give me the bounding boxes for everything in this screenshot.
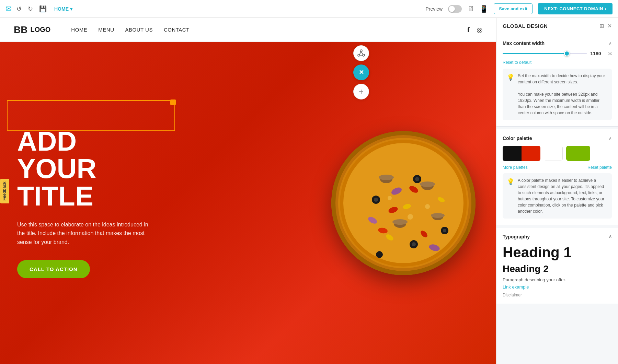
save-button[interactable]: 💾 <box>38 4 48 14</box>
svg-point-36 <box>358 54 360 56</box>
palette-swatch-dark[interactable] <box>503 146 540 161</box>
palette-bulb-icon: 💡 <box>507 178 514 214</box>
palette-swatch-light[interactable] <box>544 146 563 161</box>
h2-sample: Heading 2 <box>503 263 612 274</box>
logo-bb: BB <box>14 25 27 35</box>
svg-point-27 <box>412 242 416 246</box>
hero-section: ADD YOUR TITLE Use this space to elabora… <box>0 42 496 364</box>
palette-tip-text: A color palette makes it easier to achie… <box>518 177 608 214</box>
save-exit-button[interactable]: Save and exit <box>494 3 533 14</box>
pizza-image <box>331 131 476 275</box>
instagram-icon[interactable]: ◎ <box>477 26 482 34</box>
svg-point-35 <box>360 50 362 52</box>
panel-title: GLOBAL DESIGN <box>503 23 548 29</box>
home-label: HOME <box>54 6 69 12</box>
max-content-width-title: Max content width <box>503 40 545 46</box>
redo-button[interactable]: ↻ <box>26 4 34 14</box>
max-content-chevron[interactable]: ∧ <box>609 41 612 46</box>
toolbar-right: Preview 🖥 📱 Save and exit NEXT: CONNECT … <box>425 3 613 14</box>
next-connect-domain-button[interactable]: NEXT: CONNECT DOMAIN › <box>538 3 613 14</box>
main-area: Feedback BB LOGO HOME MENU ABOUT US CONT… <box>0 18 618 364</box>
nav-item-menu[interactable]: MENU <box>98 27 114 33</box>
site-preview: BB LOGO HOME MENU ABOUT US CONTACT f ◎ <box>0 18 496 364</box>
width-slider-fill <box>503 53 566 54</box>
typography-header: Typography ∧ <box>503 234 612 239</box>
color-palette-chevron[interactable]: ∧ <box>609 136 612 141</box>
reset-width-link[interactable]: Reset to default <box>503 60 531 65</box>
desktop-icon[interactable]: 🖥 <box>467 5 474 13</box>
hero-title: ADD YOUR TITLE <box>17 128 154 210</box>
swatch-green <box>566 146 590 161</box>
max-content-width-header: Max content width ∧ <box>503 40 612 46</box>
site-nav: HOME MENU ABOUT US CONTACT <box>71 27 189 33</box>
palette-links: More palettes Reset palette <box>503 165 612 170</box>
width-slider-row: 1180 px <box>503 51 612 56</box>
svg-point-37 <box>363 54 365 56</box>
hero-content: ADD YOUR TITLE Use this space to elabora… <box>0 114 172 292</box>
swatch-black <box>503 146 522 161</box>
site-header: BB LOGO HOME MENU ABOUT US CONTACT f ◎ <box>0 18 496 42</box>
nav-item-about[interactable]: ABOUT US <box>125 27 153 33</box>
undo-button[interactable]: ↺ <box>15 4 23 14</box>
toolbar-left: ✉ ↺ ↻ 💾 HOME ▾ <box>5 4 75 14</box>
mobile-icon[interactable]: 📱 <box>480 5 488 13</box>
feedback-tab[interactable]: Feedback <box>0 179 9 203</box>
close-panel-button[interactable]: ✕ <box>353 64 369 80</box>
network-icon <box>357 49 365 57</box>
svg-point-25 <box>443 229 446 232</box>
svg-point-32 <box>408 214 413 220</box>
width-value: 1180 <box>590 51 604 56</box>
hero-subtitle: Use this space to elaborate on the ideas… <box>17 220 151 247</box>
swatch-red <box>522 146 540 161</box>
panel-header: GLOBAL DESIGN ⊞ ✕ <box>496 18 618 34</box>
color-palette-section: Color palette ∧ More palettes Reset pale… <box>496 129 618 225</box>
width-slider-thumb[interactable] <box>564 51 570 56</box>
p-sample: Paragraph describing your offer. <box>503 277 612 282</box>
width-slider-track[interactable] <box>503 53 587 54</box>
width-tip-text: Set the max-width to decide how to displ… <box>518 73 608 116</box>
chevron-down-icon: ▾ <box>70 6 72 12</box>
reset-palette-link[interactable]: Reset palette <box>587 165 612 170</box>
facebook-icon[interactable]: f <box>467 25 470 34</box>
close-icon: ✕ <box>359 69 364 76</box>
link-sample[interactable]: Link example <box>503 284 529 290</box>
nav-item-home[interactable]: HOME <box>71 27 87 33</box>
bulb-icon: 💡 <box>507 73 514 116</box>
svg-point-28 <box>376 251 383 258</box>
nav-item-contact[interactable]: CONTACT <box>164 27 190 33</box>
add-element-button[interactable]: + <box>353 84 369 99</box>
max-content-width-section: Max content width ∧ 1180 px Reset to def… <box>496 34 618 127</box>
svg-line-39 <box>361 52 363 55</box>
svg-point-10 <box>392 219 408 225</box>
svg-point-23 <box>374 198 378 202</box>
plus-icon: + <box>359 87 364 96</box>
color-palette-header: Color palette ∧ <box>503 136 612 141</box>
preview-toggle[interactable] <box>448 5 462 13</box>
typography-chevron[interactable]: ∧ <box>609 234 612 239</box>
more-palettes-link[interactable]: More palettes <box>503 165 528 170</box>
panel-pin-button[interactable]: ⊞ <box>599 23 604 29</box>
site-logo: BB LOGO <box>14 25 50 35</box>
right-panel: GLOBAL DESIGN ⊞ ✕ Max content width ∧ 11… <box>496 18 618 364</box>
color-palette-title: Color palette <box>503 136 532 141</box>
logo-text: LOGO <box>30 26 50 34</box>
site-social: f ◎ <box>467 25 482 34</box>
svg-point-12 <box>431 213 445 218</box>
typography-title-text: Typography <box>503 234 530 239</box>
typography-section: Typography ∧ Heading 1 Heading 2 Paragra… <box>496 228 618 304</box>
cta-button[interactable]: CALL TO ACTION <box>17 260 90 278</box>
floating-buttons: ✕ + <box>353 45 369 99</box>
mail-icon[interactable]: ✉ <box>5 4 12 13</box>
palette-swatches-row <box>503 146 612 161</box>
width-tip-box: 💡 Set the max-width to decide how to dis… <box>503 69 612 120</box>
palette-swatch-green[interactable] <box>566 146 590 161</box>
panel-header-actions: ⊞ ✕ <box>599 23 612 29</box>
pizza-svg <box>331 131 476 275</box>
home-dropdown[interactable]: HOME ▾ <box>52 5 75 13</box>
panel-close-button[interactable]: ✕ <box>607 23 612 29</box>
network-button[interactable] <box>353 45 369 61</box>
svg-point-34 <box>425 204 430 209</box>
h1-sample: Heading 1 <box>503 244 612 261</box>
svg-point-21 <box>415 177 419 181</box>
svg-line-38 <box>359 52 361 55</box>
